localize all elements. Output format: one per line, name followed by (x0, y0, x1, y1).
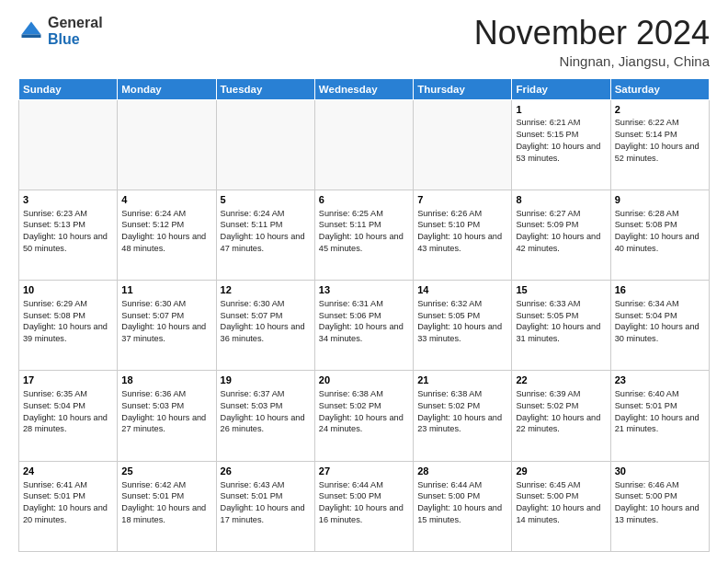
cell-info: Sunrise: 6:44 AM Sunset: 5:00 PM Dayligh… (417, 479, 507, 526)
day-number: 15 (516, 283, 606, 297)
svg-marker-0 (22, 21, 41, 34)
cell-info: Sunrise: 6:35 AM Sunset: 5:04 PM Dayligh… (23, 388, 113, 435)
calendar-cell (216, 99, 314, 190)
day-number: 1 (516, 103, 606, 117)
weekday-header-monday: Monday (118, 78, 216, 99)
calendar-page: General Blue November 2024 Ningnan, Jian… (0, 0, 728, 563)
cell-info: Sunrise: 6:39 AM Sunset: 5:02 PM Dayligh… (516, 388, 606, 435)
logo-blue: Blue (48, 31, 103, 48)
calendar-cell: 14Sunrise: 6:32 AM Sunset: 5:05 PM Dayli… (414, 281, 512, 371)
calendar-cell (414, 99, 512, 190)
weekday-header-sunday: Sunday (19, 78, 118, 99)
month-title: November 2024 (474, 15, 710, 52)
day-number: 28 (417, 465, 507, 478)
svg-rect-1 (22, 34, 41, 38)
calendar-week-0: 1Sunrise: 6:21 AM Sunset: 5:15 PM Daylig… (19, 99, 710, 190)
day-number: 14 (417, 283, 507, 297)
cell-info: Sunrise: 6:24 AM Sunset: 5:12 PM Dayligh… (121, 208, 211, 255)
weekday-header-friday: Friday (512, 78, 610, 99)
day-number: 22 (516, 373, 606, 387)
calendar-cell: 27Sunrise: 6:44 AM Sunset: 5:00 PM Dayli… (314, 461, 413, 551)
calendar-cell (118, 99, 216, 190)
day-number: 2 (615, 103, 705, 117)
title-block: November 2024 Ningnan, Jiangsu, China (474, 15, 710, 69)
calendar-cell: 28Sunrise: 6:44 AM Sunset: 5:00 PM Dayli… (414, 461, 512, 551)
cell-info: Sunrise: 6:23 AM Sunset: 5:13 PM Dayligh… (23, 208, 113, 255)
day-number: 30 (615, 465, 705, 478)
day-number: 20 (319, 373, 409, 387)
weekday-header-saturday: Saturday (610, 78, 709, 99)
day-number: 7 (417, 193, 507, 207)
day-number: 6 (319, 193, 409, 207)
day-number: 24 (23, 465, 113, 478)
calendar-table: SundayMondayTuesdayWednesdayThursdayFrid… (18, 78, 710, 552)
cell-info: Sunrise: 6:38 AM Sunset: 5:02 PM Dayligh… (319, 388, 409, 435)
logo-text: General Blue (48, 15, 103, 47)
day-number: 13 (319, 283, 409, 297)
calendar-week-1: 3Sunrise: 6:23 AM Sunset: 5:13 PM Daylig… (19, 190, 710, 280)
cell-info: Sunrise: 6:26 AM Sunset: 5:10 PM Dayligh… (417, 208, 507, 255)
calendar-cell: 3Sunrise: 6:23 AM Sunset: 5:13 PM Daylig… (19, 190, 118, 280)
calendar-cell: 11Sunrise: 6:30 AM Sunset: 5:07 PM Dayli… (118, 281, 216, 371)
weekday-header-row: SundayMondayTuesdayWednesdayThursdayFrid… (19, 78, 710, 99)
cell-info: Sunrise: 6:28 AM Sunset: 5:08 PM Dayligh… (615, 208, 705, 255)
cell-info: Sunrise: 6:34 AM Sunset: 5:04 PM Dayligh… (615, 298, 705, 345)
day-number: 10 (23, 283, 113, 297)
calendar-cell: 6Sunrise: 6:25 AM Sunset: 5:11 PM Daylig… (314, 190, 413, 280)
day-number: 12 (221, 283, 311, 297)
header: General Blue November 2024 Ningnan, Jian… (18, 15, 710, 69)
calendar-cell: 20Sunrise: 6:38 AM Sunset: 5:02 PM Dayli… (314, 371, 413, 461)
day-number: 5 (221, 193, 311, 207)
day-number: 25 (121, 465, 211, 478)
logo-general: General (48, 15, 103, 31)
calendar-cell: 15Sunrise: 6:33 AM Sunset: 5:05 PM Dayli… (512, 281, 610, 371)
cell-info: Sunrise: 6:43 AM Sunset: 5:01 PM Dayligh… (221, 479, 311, 526)
calendar-week-3: 17Sunrise: 6:35 AM Sunset: 5:04 PM Dayli… (19, 371, 710, 461)
cell-info: Sunrise: 6:30 AM Sunset: 5:07 PM Dayligh… (221, 298, 311, 345)
calendar-cell: 1Sunrise: 6:21 AM Sunset: 5:15 PM Daylig… (512, 99, 610, 190)
cell-info: Sunrise: 6:24 AM Sunset: 5:11 PM Dayligh… (221, 208, 311, 255)
day-number: 17 (23, 373, 113, 387)
day-number: 26 (221, 465, 311, 478)
cell-info: Sunrise: 6:25 AM Sunset: 5:11 PM Dayligh… (319, 208, 409, 255)
calendar-cell: 17Sunrise: 6:35 AM Sunset: 5:04 PM Dayli… (19, 371, 118, 461)
calendar-cell: 21Sunrise: 6:38 AM Sunset: 5:02 PM Dayli… (414, 371, 512, 461)
calendar-cell: 8Sunrise: 6:27 AM Sunset: 5:09 PM Daylig… (512, 190, 610, 280)
day-number: 27 (319, 465, 409, 478)
day-number: 3 (23, 193, 113, 207)
calendar-cell: 12Sunrise: 6:30 AM Sunset: 5:07 PM Dayli… (216, 281, 314, 371)
cell-info: Sunrise: 6:33 AM Sunset: 5:05 PM Dayligh… (516, 298, 606, 345)
cell-info: Sunrise: 6:22 AM Sunset: 5:14 PM Dayligh… (615, 117, 705, 164)
weekday-header-tuesday: Tuesday (216, 78, 314, 99)
calendar-cell (19, 99, 118, 190)
calendar-cell: 29Sunrise: 6:45 AM Sunset: 5:00 PM Dayli… (512, 461, 610, 551)
cell-info: Sunrise: 6:21 AM Sunset: 5:15 PM Dayligh… (516, 117, 606, 164)
calendar-cell: 19Sunrise: 6:37 AM Sunset: 5:03 PM Dayli… (216, 371, 314, 461)
cell-info: Sunrise: 6:37 AM Sunset: 5:03 PM Dayligh… (221, 388, 311, 435)
day-number: 4 (121, 193, 211, 207)
day-number: 9 (615, 193, 705, 207)
cell-info: Sunrise: 6:30 AM Sunset: 5:07 PM Dayligh… (121, 298, 211, 345)
calendar-cell: 5Sunrise: 6:24 AM Sunset: 5:11 PM Daylig… (216, 190, 314, 280)
calendar-cell: 7Sunrise: 6:26 AM Sunset: 5:10 PM Daylig… (414, 190, 512, 280)
calendar-cell: 18Sunrise: 6:36 AM Sunset: 5:03 PM Dayli… (118, 371, 216, 461)
cell-info: Sunrise: 6:44 AM Sunset: 5:00 PM Dayligh… (319, 479, 409, 526)
day-number: 23 (615, 373, 705, 387)
calendar-cell: 13Sunrise: 6:31 AM Sunset: 5:06 PM Dayli… (314, 281, 413, 371)
calendar-cell: 24Sunrise: 6:41 AM Sunset: 5:01 PM Dayli… (19, 461, 118, 551)
calendar-cell: 30Sunrise: 6:46 AM Sunset: 5:00 PM Dayli… (610, 461, 709, 551)
logo: General Blue (18, 15, 103, 47)
day-number: 21 (417, 373, 507, 387)
calendar-cell: 25Sunrise: 6:42 AM Sunset: 5:01 PM Dayli… (118, 461, 216, 551)
cell-info: Sunrise: 6:36 AM Sunset: 5:03 PM Dayligh… (121, 388, 211, 435)
calendar-week-4: 24Sunrise: 6:41 AM Sunset: 5:01 PM Dayli… (19, 461, 710, 551)
cell-info: Sunrise: 6:29 AM Sunset: 5:08 PM Dayligh… (23, 298, 113, 345)
cell-info: Sunrise: 6:41 AM Sunset: 5:01 PM Dayligh… (23, 479, 113, 526)
cell-info: Sunrise: 6:45 AM Sunset: 5:00 PM Dayligh… (516, 479, 606, 526)
day-number: 19 (221, 373, 311, 387)
day-number: 16 (615, 283, 705, 297)
day-number: 29 (516, 465, 606, 478)
calendar-cell: 4Sunrise: 6:24 AM Sunset: 5:12 PM Daylig… (118, 190, 216, 280)
cell-info: Sunrise: 6:32 AM Sunset: 5:05 PM Dayligh… (417, 298, 507, 345)
day-number: 8 (516, 193, 606, 207)
